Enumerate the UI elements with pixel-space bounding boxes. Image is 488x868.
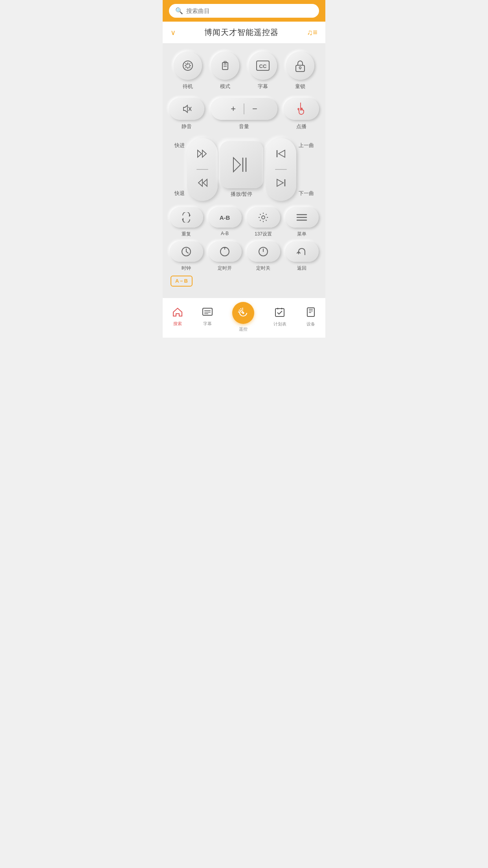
svg-marker-25 — [198, 179, 202, 186]
standby-circle[interactable] — [174, 51, 202, 80]
bottom-row2: 时钟 定时开 定时关 — [169, 241, 319, 272]
settings137-button[interactable]: 137设置 — [246, 207, 281, 237]
mode-button[interactable]: 模式 — [211, 51, 239, 90]
ab-rect[interactable]: A-B — [208, 207, 242, 228]
subtitle-nav-icon — [202, 307, 213, 319]
page-title: 博闻天才智能遥控器 — [204, 27, 279, 38]
repeat-label: 重复 — [182, 231, 191, 237]
menu-rect[interactable] — [285, 207, 319, 228]
ab-indicator: A－B — [169, 276, 319, 287]
circle-buttons-row: 待机 模式 CC 字幕 — [169, 51, 319, 90]
nav-remote-btn[interactable] — [232, 302, 254, 324]
timer-on-rect[interactable] — [208, 241, 242, 262]
fast-forward-label: 快进 — [174, 142, 185, 149]
menu-button[interactable]: 菜单 — [284, 207, 319, 237]
ab-button[interactable]: A-B A-B — [207, 207, 242, 237]
subtitle-button[interactable]: CC 字幕 — [249, 51, 277, 90]
subtitle-circle[interactable]: CC — [249, 51, 277, 80]
ff-rw-labels: 快进 快退 — [174, 138, 185, 201]
ab-label: A-B — [221, 231, 229, 236]
clock-button[interactable]: 时钟 — [169, 241, 204, 272]
timer-on-button[interactable]: 定时开 — [207, 241, 242, 272]
svg-marker-32 — [277, 179, 283, 186]
next-icon[interactable] — [276, 178, 286, 189]
mute-button[interactable]: 静音 — [169, 98, 204, 130]
repeat-rect[interactable] — [170, 207, 203, 228]
standby-label: 待机 — [183, 83, 193, 90]
svg-text:CC: CC — [259, 63, 266, 69]
fast-rewind-icon[interactable] — [197, 178, 208, 189]
play-pause-label: 播放/暂停 — [231, 191, 253, 198]
nav-remote-label: 遥控 — [239, 326, 248, 332]
touch-pill[interactable] — [284, 98, 319, 120]
nav-subtitle-label: 字幕 — [203, 321, 212, 327]
menu-label: 菜单 — [297, 231, 306, 237]
volume-minus[interactable]: − — [252, 104, 257, 114]
next-label: 下一曲 — [299, 190, 314, 197]
bottom-row1: 重复 A-B A-B 137设置 — [169, 207, 319, 237]
timer-off-rect[interactable] — [247, 241, 280, 262]
mode-label: 模式 — [220, 83, 230, 90]
ff-rw-pill[interactable] — [187, 138, 218, 201]
svg-point-18 — [299, 67, 301, 69]
svg-point-9 — [186, 64, 190, 68]
svg-line-5 — [185, 63, 186, 64]
mute-pill[interactable] — [169, 98, 204, 120]
nav-search[interactable]: 搜索 — [172, 307, 183, 327]
svg-line-6 — [189, 68, 190, 68]
volume-button[interactable]: + − 音量 — [211, 98, 277, 130]
volume-pill[interactable]: + − — [211, 98, 277, 120]
ab-badge: A－B — [171, 276, 193, 287]
playlist-icon[interactable]: ♫≡ — [307, 28, 317, 37]
prev-next-pill[interactable] — [266, 138, 296, 201]
mode-circle[interactable] — [211, 51, 239, 80]
svg-marker-26 — [233, 158, 240, 172]
clock-rect[interactable] — [170, 241, 203, 262]
childlock-button[interactable]: 童锁 — [286, 51, 314, 90]
dropdown-chevron[interactable]: ∨ — [171, 28, 176, 37]
nav-search-label: 搜索 — [173, 321, 182, 327]
home-icon — [172, 307, 183, 319]
touch-button[interactable]: 点播 — [284, 98, 319, 130]
nav-device[interactable]: 设备 — [306, 307, 316, 327]
svg-marker-23 — [202, 150, 206, 157]
search-bar[interactable]: 🔍 — [169, 4, 319, 18]
bottom-nav: 搜索 字幕 遥控 — [163, 298, 325, 338]
svg-marker-24 — [203, 179, 207, 186]
svg-marker-30 — [279, 150, 285, 157]
fast-rewind-label: 快退 — [174, 190, 185, 197]
search-input[interactable] — [186, 7, 313, 14]
svg-point-51 — [242, 312, 244, 314]
device-icon — [306, 307, 316, 320]
svg-line-10 — [187, 64, 188, 65]
prev-next-labels: 上一曲 下一曲 — [299, 138, 314, 201]
prev-icon[interactable] — [276, 149, 286, 160]
back-button[interactable]: 返回 — [284, 241, 319, 272]
timer-off-button[interactable]: 定时关 — [246, 241, 281, 272]
svg-point-0 — [183, 61, 193, 70]
search-icon: 🔍 — [175, 7, 183, 15]
nav-remote[interactable]: 遥控 — [232, 302, 254, 332]
childlock-circle[interactable] — [286, 51, 314, 80]
schedule-icon — [275, 307, 285, 320]
touch-label: 点播 — [296, 123, 306, 130]
fast-forward-icon[interactable] — [197, 149, 208, 160]
svg-marker-22 — [198, 150, 202, 157]
volume-plus[interactable]: + — [231, 104, 236, 114]
header-bar: 🔍 — [163, 0, 325, 22]
svg-rect-47 — [203, 308, 212, 315]
remote-body: 待机 模式 CC 字幕 — [163, 44, 325, 298]
settings137-rect[interactable] — [247, 207, 280, 228]
standby-button[interactable]: 待机 — [174, 51, 202, 90]
svg-line-8 — [185, 68, 186, 68]
play-pause-center: 播放/暂停 — [220, 141, 263, 198]
repeat-button[interactable]: 重复 — [169, 207, 204, 237]
nav-subtitle[interactable]: 字幕 — [202, 307, 213, 327]
svg-point-35 — [262, 216, 265, 219]
svg-line-7 — [189, 63, 190, 64]
volume-label: 音量 — [239, 123, 249, 130]
play-pause-button[interactable] — [220, 141, 263, 188]
back-rect[interactable] — [285, 241, 319, 262]
nav-schedule[interactable]: 计划表 — [273, 307, 286, 327]
timer-on-label: 定时开 — [218, 265, 232, 272]
